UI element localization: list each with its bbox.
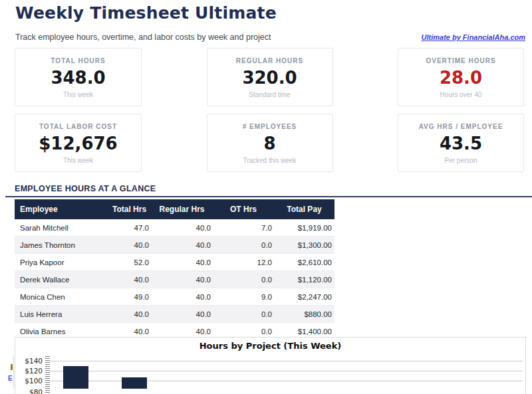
clipped-cell-letter-fragment: E [8, 375, 13, 383]
kpi-value: 28.0 [440, 69, 482, 86]
total-hrs-cell: 52.0 [108, 254, 151, 271]
total-pay-cell: $2,610.00 [274, 254, 334, 271]
y-axis-tick-label: $100 [19, 377, 43, 385]
ot-hrs-cell: 0.0 [213, 306, 274, 323]
column-header-total-hrs: Total Hrs [108, 199, 151, 219]
total-pay-cell: $880.00 [274, 306, 334, 323]
employee-hours-table: Employee Total Hrs Regular Hrs OT Hrs To… [15, 199, 334, 340]
chart-bar [63, 366, 88, 389]
kpi-avg-hours-per-employee: AVG HRS / EMPLOYEE 43.5 Per person [398, 114, 524, 172]
kpi-label: REGULAR HOURS [236, 57, 303, 64]
table-header-row: Employee Total Hrs Regular Hrs OT Hrs To… [15, 199, 334, 219]
kpi-grid: TOTAL HOURS 348.0 This week REGULAR HOUR… [15, 48, 524, 172]
regular-hrs-cell: 40.0 [151, 237, 213, 254]
kpi-label: TOTAL HOURS [51, 57, 105, 64]
column-header-total-pay: Total Pay [274, 199, 334, 219]
clipped-cell-fragment [11, 364, 13, 370]
total-hrs-cell: 40.0 [108, 306, 151, 323]
ot-hrs-cell: 0.0 [213, 237, 274, 254]
kpi-value: 43.5 [440, 135, 482, 152]
kpi-subtext: Tracked this week [243, 157, 296, 164]
regular-hrs-cell: 40.0 [151, 271, 213, 288]
section-title-employee-hours: EMPLOYEE HOURS AT A GLANCE [15, 184, 156, 193]
kpi-value: 348.0 [51, 69, 105, 86]
total-hrs-cell: 47.0 [108, 219, 151, 237]
table-row: Derek Wallace 40.0 40.0 0.0 $1,120.00 [15, 271, 334, 288]
y-axis-tick-label: $80 [19, 388, 43, 394]
table-row: Monica Chen 49.0 40.0 9.0 $2,247.00 [15, 288, 334, 306]
kpi-value: 320.0 [242, 69, 297, 86]
kpi-num-employees: # EMPLOYEES 8 Tracked this week [207, 114, 333, 172]
y-axis-tick-label: $140 [19, 357, 43, 365]
regular-hrs-cell: 40.0 [151, 254, 213, 271]
regular-hrs-cell: 40.0 [151, 219, 213, 237]
column-header-employee: Employee [15, 199, 108, 219]
column-header-ot-hrs: OT Hrs [213, 199, 274, 219]
kpi-regular-hours: REGULAR HOURS 320.0 Standard time [207, 48, 333, 106]
kpi-label: TOTAL LABOR COST [39, 123, 117, 130]
clipped-column-gridline [13, 356, 14, 389]
y-axis-tick-label: $120 [19, 367, 43, 375]
column-header-regular-hrs: Regular Hrs [151, 199, 213, 219]
table-row: James Thornton 40.0 40.0 0.0 $1,300.00 [15, 237, 334, 254]
brand-link[interactable]: Ultimate by FinancialAha.com [422, 33, 525, 41]
ot-hrs-cell: 12.0 [213, 254, 274, 271]
kpi-total-hours: TOTAL HOURS 348.0 This week [15, 48, 142, 106]
total-pay-cell: $1,919.00 [274, 219, 334, 237]
total-pay-cell: $1,300.00 [274, 237, 334, 254]
ot-hrs-cell: 0.0 [213, 271, 274, 288]
table-row: Priya Kapoor 52.0 40.0 12.0 $2,610.00 [15, 254, 334, 271]
kpi-subtext: This week [63, 91, 93, 98]
kpi-total-labor-cost: TOTAL LABOR COST $12,676 This week [15, 114, 142, 172]
employee-name: Luis Herrera [15, 306, 108, 323]
page-title: Weekly Timesheet Ultimate [15, 3, 277, 23]
kpi-value: $12,676 [39, 135, 117, 152]
employee-name: James Thornton [15, 237, 108, 254]
employee-name: Sarah Mitchell [15, 219, 108, 237]
y-axis-ticks [45, 356, 50, 393]
kpi-subtext: Per person [445, 157, 477, 164]
kpi-label: # EMPLOYEES [243, 123, 297, 130]
chart-bar [122, 377, 147, 389]
regular-hrs-cell: 40.0 [151, 288, 213, 306]
total-hrs-cell: 49.0 [108, 288, 151, 306]
ot-hrs-cell: 9.0 [213, 288, 274, 306]
section-divider [5, 196, 532, 197]
kpi-label: AVG HRS / EMPLOYEE [419, 123, 503, 130]
kpi-label: OVERTIME HOURS [426, 57, 495, 64]
total-pay-cell: $2,247.00 [274, 288, 334, 306]
table-row: Sarah Mitchell 47.0 40.0 7.0 $1,919.00 [15, 219, 334, 237]
weekly-timesheet-dashboard: Weekly Timesheet Ultimate Track employee… [0, 0, 532, 394]
employee-name: Monica Chen [15, 288, 108, 306]
table-row: Luis Herrera 40.0 40.0 0.0 $880.00 [15, 306, 334, 323]
total-hrs-cell: 40.0 [108, 237, 151, 254]
page-subtitle: Track employee hours, overtime, and labo… [15, 33, 271, 42]
gridline [50, 381, 523, 381]
chart-title: Hours by Project (This Week) [15, 341, 526, 351]
kpi-subtext: Standard time [249, 91, 290, 98]
ot-hrs-cell: 7.0 [213, 219, 274, 237]
gridline [50, 371, 523, 371]
kpi-value: 8 [263, 135, 275, 152]
total-hrs-cell: 40.0 [108, 271, 151, 288]
total-pay-cell: $1,120.00 [274, 271, 334, 288]
employee-name: Derek Wallace [15, 271, 108, 288]
kpi-overtime-hours: OVERTIME HOURS 28.0 Hours over 40 [398, 48, 524, 106]
kpi-subtext: Hours over 40 [440, 91, 482, 98]
regular-hrs-cell: 40.0 [151, 306, 213, 323]
gridline [50, 361, 523, 361]
kpi-subtext: This week [63, 157, 93, 164]
employee-name: Priya Kapoor [15, 254, 108, 271]
